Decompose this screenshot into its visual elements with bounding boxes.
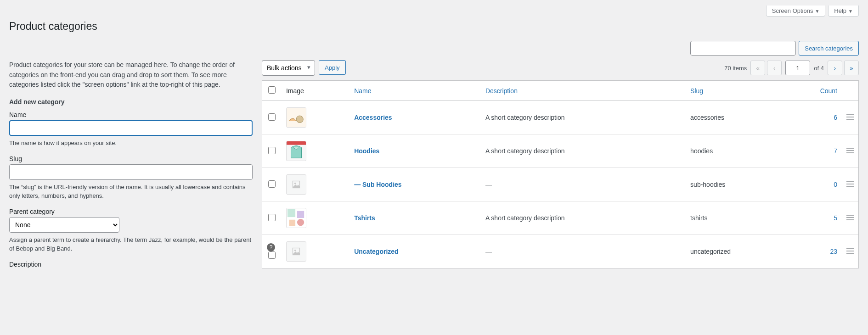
thumbnail — [286, 107, 306, 128]
search-input[interactable] — [690, 41, 796, 56]
svg-point-16 — [297, 219, 304, 226]
slug-label: Slug — [9, 155, 253, 162]
page-title: Product categories — [9, 20, 859, 33]
prev-page-button: ‹ — [767, 61, 782, 75]
form-heading: Add new category — [9, 98, 253, 106]
table-row: AccessoriesA short category descriptiona… — [262, 101, 858, 134]
svg-point-10 — [294, 183, 296, 184]
category-name-link[interactable]: Tshirts — [354, 214, 375, 222]
svg-rect-18 — [846, 217, 854, 218]
svg-rect-17 — [846, 215, 854, 216]
bulk-actions-select[interactable]: Bulk actions — [262, 60, 315, 76]
category-name-link[interactable]: Uncategorized — [354, 248, 398, 255]
drag-handle-icon[interactable] — [842, 134, 858, 168]
select-all-checkbox[interactable] — [268, 86, 276, 94]
category-count-link[interactable]: 0 — [834, 181, 837, 188]
svg-rect-24 — [846, 253, 854, 254]
col-slug[interactable]: Slug — [686, 81, 800, 101]
category-description: — — [481, 168, 686, 201]
category-description: — — [481, 235, 686, 268]
table-row: — Sub Hoodies—sub-hoodies0 — [262, 168, 858, 201]
svg-point-1 — [296, 116, 303, 123]
description-label: Description — [9, 261, 253, 268]
thumbnail — [286, 208, 306, 228]
parent-label: Parent category — [9, 208, 253, 215]
svg-rect-12 — [846, 184, 854, 184]
name-label: Name — [9, 111, 253, 118]
category-slug: hoodies — [686, 134, 800, 168]
search-button[interactable]: Search categories — [799, 41, 859, 56]
category-slug: tshirts — [686, 201, 800, 235]
col-name[interactable]: Name — [349, 81, 481, 101]
svg-rect-19 — [846, 219, 854, 220]
table-row: HoodiesA short category descriptionhoodi… — [262, 134, 858, 168]
svg-rect-8 — [846, 152, 854, 153]
row-checkbox[interactable] — [268, 180, 276, 188]
category-slug: accessories — [686, 101, 800, 134]
category-name-link[interactable]: Hoodies — [354, 147, 379, 155]
categories-table: Image Name Description Slug Count Access… — [262, 80, 859, 268]
category-description: A short category description — [481, 134, 686, 168]
parent-help: Assign a parent term to create a hierarc… — [9, 235, 253, 253]
svg-point-21 — [294, 250, 296, 251]
row-checkbox[interactable] — [268, 251, 276, 259]
svg-rect-15 — [287, 209, 295, 217]
svg-rect-7 — [846, 150, 854, 151]
name-field[interactable] — [9, 120, 253, 136]
first-page-button: « — [750, 61, 765, 75]
row-checkbox[interactable] — [268, 113, 276, 121]
slug-help: The “slug” is the URL-friendly version o… — [9, 183, 253, 201]
category-count-link[interactable]: 7 — [834, 147, 837, 155]
category-description: A short category description — [481, 201, 686, 235]
drag-handle-icon[interactable] — [842, 201, 858, 235]
thumbnail — [286, 174, 306, 195]
category-count-link[interactable]: 23 — [830, 248, 837, 255]
category-name-link[interactable]: — Sub Hoodies — [354, 181, 401, 188]
drag-handle-icon[interactable] — [842, 235, 858, 268]
items-count: 70 items — [724, 65, 747, 72]
table-row: TshirtsA short category descriptiontshir… — [262, 201, 858, 235]
help-tab[interactable]: Help▼ — [828, 6, 859, 17]
apply-button[interactable]: Apply — [319, 60, 346, 75]
chevron-down-icon: ▼ — [848, 9, 853, 14]
svg-rect-4 — [846, 119, 854, 120]
drag-handle-icon[interactable] — [842, 168, 858, 201]
svg-rect-13 — [846, 186, 854, 187]
category-description: A short category description — [481, 101, 686, 134]
chevron-down-icon: ▼ — [815, 9, 819, 14]
category-count-link[interactable]: 6 — [834, 114, 837, 121]
help-icon[interactable]: ? — [267, 243, 275, 251]
col-description[interactable]: Description — [481, 81, 686, 101]
category-slug: sub-hoodies — [686, 168, 800, 201]
svg-rect-5 — [287, 141, 306, 145]
thumbnail — [286, 241, 306, 262]
svg-rect-22 — [846, 248, 854, 249]
category-name-link[interactable]: Accessories — [354, 114, 392, 121]
slug-field[interactable] — [9, 164, 253, 180]
svg-rect-3 — [846, 117, 854, 117]
svg-rect-6 — [846, 148, 854, 149]
col-image: Image — [282, 81, 349, 101]
current-page-input[interactable] — [785, 61, 810, 75]
intro-text: Product categories for your store can be… — [9, 60, 253, 90]
table-row: ?Uncategorized—uncategorized23 — [262, 235, 858, 268]
svg-rect-11 — [846, 181, 854, 182]
category-count-link[interactable]: 5 — [834, 214, 837, 222]
svg-rect-23 — [846, 251, 854, 251]
name-help: The name is how it appears on your site. — [9, 139, 253, 148]
row-checkbox[interactable] — [268, 214, 276, 221]
thumbnail — [286, 141, 306, 161]
category-slug: uncategorized — [686, 235, 800, 268]
parent-select[interactable]: None — [9, 217, 119, 233]
col-count[interactable]: Count — [800, 81, 842, 101]
last-page-button[interactable]: » — [844, 61, 859, 75]
drag-handle-icon[interactable] — [842, 101, 858, 134]
next-page-button[interactable]: › — [828, 61, 842, 75]
screen-options-tab[interactable]: Screen Options▼ — [766, 6, 826, 17]
total-pages: of 4 — [814, 65, 824, 72]
row-checkbox[interactable] — [268, 147, 276, 154]
svg-rect-2 — [846, 114, 854, 115]
